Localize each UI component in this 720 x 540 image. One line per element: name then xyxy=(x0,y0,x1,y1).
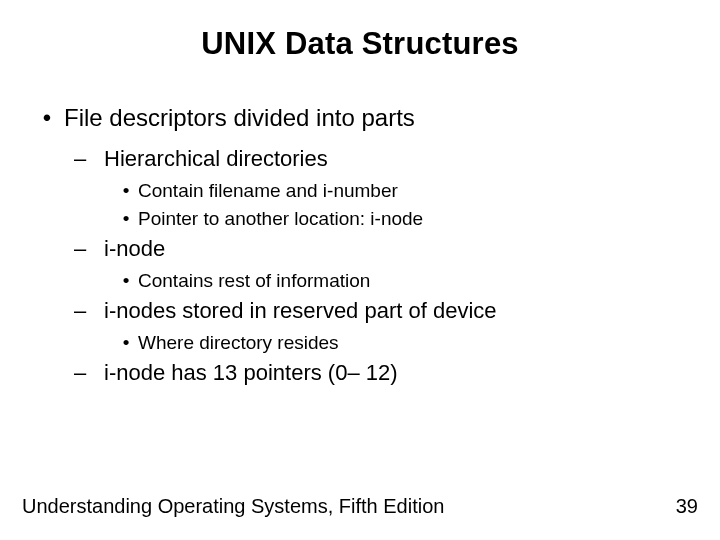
list-item: – i-node has 13 pointers (0– 12) xyxy=(74,360,690,386)
list-item-label: Contains rest of information xyxy=(138,270,370,292)
list-item-label: Contain filename and i-number xyxy=(138,180,398,202)
list-item: • Contains rest of information xyxy=(114,270,690,292)
list-item: • File descriptors divided into parts xyxy=(30,104,690,132)
slide-title: UNIX Data Structures xyxy=(30,26,690,62)
slide-content: • File descriptors divided into parts – … xyxy=(30,104,690,386)
bullet-dot-icon: • xyxy=(114,270,138,292)
list-item: – i-node xyxy=(74,236,690,262)
list-item: – i-nodes stored in reserved part of dev… xyxy=(74,298,690,324)
list-item-label: Hierarchical directories xyxy=(104,146,328,172)
bullet-dot-icon: • xyxy=(114,180,138,202)
page-number: 39 xyxy=(676,495,698,518)
bullet-dot-icon: • xyxy=(30,104,64,132)
list-item-label: File descriptors divided into parts xyxy=(64,104,415,132)
list-item: • Where directory resides xyxy=(114,332,690,354)
list-item-label: Pointer to another location: i-node xyxy=(138,208,423,230)
bullet-dash-icon: – xyxy=(74,298,104,324)
slide-footer: Understanding Operating Systems, Fifth E… xyxy=(22,495,698,518)
slide: UNIX Data Structures • File descriptors … xyxy=(0,0,720,540)
bullet-dash-icon: – xyxy=(74,236,104,262)
list-item-label: i-node xyxy=(104,236,165,262)
bullet-dash-icon: – xyxy=(74,146,104,172)
list-item: • Contain filename and i-number xyxy=(114,180,690,202)
list-item: – Hierarchical directories xyxy=(74,146,690,172)
list-item-label: Where directory resides xyxy=(138,332,339,354)
list-item: • Pointer to another location: i-node xyxy=(114,208,690,230)
list-item-label: i-node has 13 pointers (0– 12) xyxy=(104,360,398,386)
list-item-label: i-nodes stored in reserved part of devic… xyxy=(104,298,497,324)
bullet-dot-icon: • xyxy=(114,332,138,354)
bullet-dash-icon: – xyxy=(74,360,104,386)
bullet-dot-icon: • xyxy=(114,208,138,230)
footer-source: Understanding Operating Systems, Fifth E… xyxy=(22,495,444,518)
